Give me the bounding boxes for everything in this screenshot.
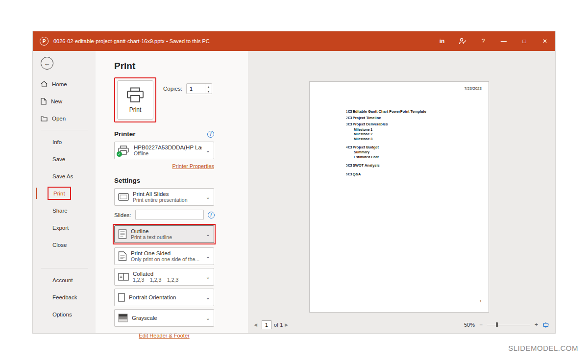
linkedin-icon[interactable]: in: [432, 31, 452, 51]
info-icon[interactable]: i: [208, 212, 215, 218]
sidebar-item-export[interactable]: Export: [33, 219, 96, 236]
color-mode-dropdown[interactable]: Grayscale ⌄: [114, 309, 214, 327]
print-panel: Print Print Copies: ▴ ▾: [96, 51, 248, 333]
print-sides-dropdown[interactable]: Print One Sided Only print on one side o…: [114, 247, 214, 265]
copies-decrement-button[interactable]: ▾: [205, 89, 212, 94]
chevron-down-icon: ⌄: [206, 274, 210, 280]
sidebar-item-label: Open: [52, 116, 66, 121]
sidebar-item-label: Close: [52, 242, 67, 248]
slides-input[interactable]: [135, 210, 204, 220]
copies-spin-buttons: ▴ ▾: [205, 84, 212, 94]
sidebar-item-account[interactable]: Account: [33, 271, 96, 289]
printer-section-heading: Printer: [114, 130, 136, 138]
sidebar-item-info[interactable]: Info: [33, 133, 96, 150]
outline-item: 2Project Timeline: [346, 116, 482, 120]
user-edit-icon-svg: [459, 38, 466, 45]
orientation-text: Portrait Orientation: [129, 294, 202, 300]
sidebar-item-feedback[interactable]: Feedback: [33, 289, 96, 306]
help-icon[interactable]: ?: [473, 31, 493, 51]
orientation-dropdown[interactable]: Portrait Orientation ⌄: [114, 289, 214, 306]
sidebar-item-close[interactable]: Close: [33, 236, 96, 253]
print-range-dropdown[interactable]: Print All Slides Print entire presentati…: [114, 188, 214, 206]
sidebar-item-save[interactable]: Save: [33, 150, 96, 168]
close-button[interactable]: ✕: [535, 31, 555, 51]
printer-device-icon: ✓: [118, 146, 130, 155]
sidebar-item-open[interactable]: Open: [33, 110, 96, 127]
outline-layout-icon: [118, 229, 127, 239]
backstage-body: ← Home New Open Info Save Save As Print: [33, 51, 555, 333]
zoom-out-button[interactable]: −: [479, 321, 483, 328]
sidebar-item-print[interactable]: Print: [33, 185, 96, 202]
sidebar-item-label: Export: [52, 225, 69, 231]
user-edit-icon[interactable]: [452, 31, 473, 51]
outline-item: 1Editable Gantt Chart PowerPoint Templat…: [346, 109, 482, 114]
info-icon[interactable]: i: [207, 131, 214, 138]
slide-icon: [348, 173, 352, 175]
sidebar-item-label: Feedback: [52, 294, 77, 300]
sidebar-item-save-as[interactable]: Save As: [33, 168, 96, 185]
sidebar-item-label: Info: [52, 139, 62, 145]
zoom-controls: 50% − +: [464, 321, 549, 328]
back-button[interactable]: ←: [41, 57, 53, 70]
settings-section-header: Settings: [114, 177, 214, 184]
slides-icon: [118, 193, 129, 201]
collation-dropdown[interactable]: Collated 1,2,3 1,2,3 1,2,3 ⌄: [114, 268, 214, 286]
zoom-in-button[interactable]: +: [535, 321, 538, 328]
slides-label: Slides:: [114, 212, 131, 218]
previous-page-button[interactable]: ◀: [252, 322, 259, 327]
outline-number: 3: [346, 122, 348, 126]
sidebar-item-home[interactable]: Home: [33, 75, 96, 93]
preview-statusbar: ◀ of 1 ▶ 50% − +: [248, 316, 555, 333]
copies-stepper[interactable]: ▴ ▾: [186, 83, 212, 94]
print-range-title: Print All Slides: [133, 191, 202, 197]
collation-subtitle: 1,2,3 1,2,3 1,2,3: [133, 277, 202, 283]
copies-input[interactable]: [187, 84, 205, 94]
fit-to-window-button[interactable]: [542, 321, 549, 328]
zoom-slider[interactable]: [487, 322, 530, 328]
printer-ready-check-icon: ✓: [117, 151, 122, 157]
sidebar-item-options[interactable]: Options: [33, 306, 96, 323]
outline-number: 1: [346, 110, 348, 113]
next-page-button[interactable]: ▶: [283, 322, 290, 327]
outline-preview: 1Editable Gantt Chart PowerPoint Templat…: [346, 107, 482, 176]
fit-to-window-icon: [542, 321, 549, 328]
home-icon: [41, 81, 48, 87]
settings-section-heading: Settings: [114, 177, 140, 184]
print-button[interactable]: Print: [117, 80, 153, 120]
outline-item: 4Project Budget: [346, 145, 482, 149]
sidebar-item-label: Save As: [52, 173, 73, 179]
collated-icon: [118, 273, 129, 281]
sidebar-item-label: Print: [53, 191, 65, 196]
sidebar-item-new[interactable]: New: [33, 93, 96, 110]
print-range-subtitle: Print entire presentation: [133, 197, 202, 203]
chevron-down-icon: ⌄: [206, 194, 210, 200]
minimize-button[interactable]: —: [493, 31, 514, 51]
zoom-slider-thumb[interactable]: [496, 322, 498, 327]
outline-item: 6Q&A: [346, 172, 482, 176]
page-number-input[interactable]: [262, 320, 271, 329]
titlebar: P 0026-02-editable-project-gantt-chart-1…: [33, 31, 555, 51]
print-preview-page: 7/23/2023 1Editable Gantt Chart PowerPoi…: [309, 81, 489, 313]
sidebar-item-share[interactable]: Share: [33, 202, 96, 219]
printer-icon: [126, 87, 144, 103]
print-preview-pane: 7/23/2023 1Editable Gantt Chart PowerPoi…: [248, 51, 555, 333]
outline-text: Editable Gantt Chart PowerPoint Template: [353, 109, 426, 114]
edit-header-footer-link[interactable]: Edit Header & Footer: [114, 333, 214, 339]
open-folder-icon: [41, 116, 48, 121]
sidebar-item-label: Share: [52, 208, 68, 214]
slide-icon: [348, 164, 352, 167]
window-title: 0026-02-editable-project-gantt-chart-16x…: [53, 38, 210, 44]
collation-title: Collated: [133, 271, 202, 277]
print-layout-dropdown[interactable]: Outline Print a text outline ⌄: [114, 225, 214, 243]
printer-dropdown[interactable]: ✓ HPB0227A53DDDA(HP Laser... Offline ⌄: [114, 142, 214, 159]
print-range-text: Print All Slides Print entire presentati…: [133, 191, 202, 203]
watermark: SLIDEMODEL.COM: [508, 344, 578, 352]
printer-properties-link[interactable]: Printer Properties: [114, 163, 214, 169]
sidebar-divider: [41, 268, 88, 268]
portrait-icon: [118, 293, 125, 302]
copies-increment-button[interactable]: ▴: [205, 84, 212, 89]
powerpoint-app-icon: P: [40, 37, 49, 46]
maximize-button[interactable]: □: [514, 31, 535, 51]
page-total-label: of 1: [274, 322, 283, 328]
sidebar-divider: [41, 130, 88, 130]
